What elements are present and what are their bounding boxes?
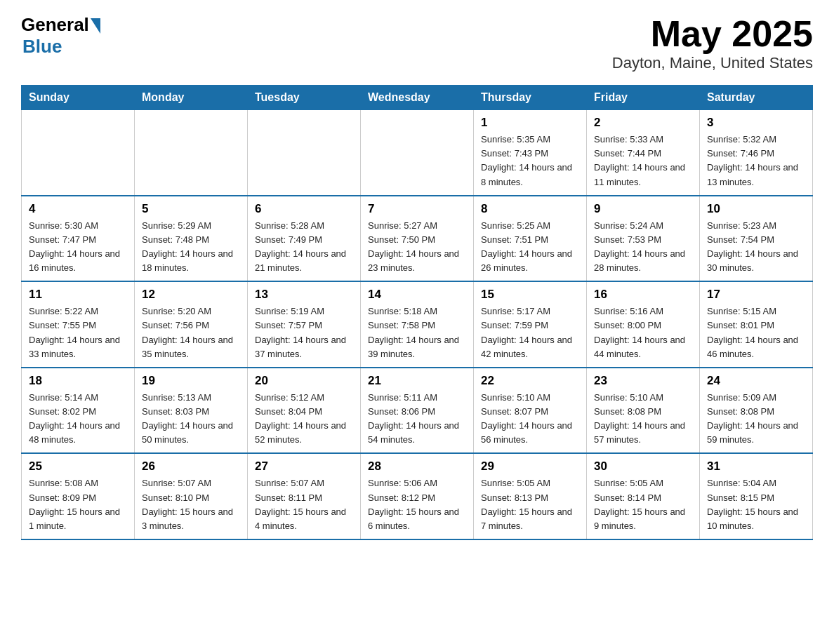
calendar-cell: 5Sunrise: 5:29 AM Sunset: 7:48 PM Daylig…: [135, 196, 248, 282]
day-info: Sunrise: 5:12 AM Sunset: 8:04 PM Dayligh…: [255, 391, 353, 448]
day-info: Sunrise: 5:17 AM Sunset: 7:59 PM Dayligh…: [481, 304, 579, 361]
logo-text: General: [21, 14, 100, 36]
header-wednesday: Wednesday: [361, 86, 474, 110]
calendar-cell: 1Sunrise: 5:35 AM Sunset: 7:43 PM Daylig…: [474, 110, 587, 196]
title-section: May 2025 Dayton, Maine, United States: [612, 14, 813, 72]
day-number: 20: [255, 374, 353, 388]
day-number: 11: [29, 288, 127, 302]
day-info: Sunrise: 5:28 AM Sunset: 7:49 PM Dayligh…: [255, 219, 353, 276]
day-number: 6: [255, 202, 353, 216]
day-number: 31: [707, 459, 805, 474]
day-info: Sunrise: 5:23 AM Sunset: 7:54 PM Dayligh…: [707, 219, 805, 276]
day-number: 26: [142, 459, 240, 474]
calendar-table: SundayMondayTuesdayWednesdayThursdayFrid…: [21, 85, 813, 540]
day-number: 2: [594, 116, 692, 130]
location-text: Dayton, Maine, United States: [612, 54, 813, 72]
header-tuesday: Tuesday: [248, 86, 361, 110]
day-number: 13: [255, 288, 353, 302]
day-info: Sunrise: 5:04 AM Sunset: 8:15 PM Dayligh…: [707, 476, 805, 533]
day-info: Sunrise: 5:08 AM Sunset: 8:09 PM Dayligh…: [29, 476, 127, 533]
day-number: 23: [594, 374, 692, 388]
calendar-cell: 11Sunrise: 5:22 AM Sunset: 7:55 PM Dayli…: [22, 281, 135, 368]
calendar-cell: 2Sunrise: 5:33 AM Sunset: 7:44 PM Daylig…: [587, 110, 700, 196]
day-info: Sunrise: 5:30 AM Sunset: 7:47 PM Dayligh…: [29, 219, 127, 276]
calendar-cell: [135, 110, 248, 196]
day-info: Sunrise: 5:29 AM Sunset: 7:48 PM Dayligh…: [142, 219, 240, 276]
calendar-cell: 8Sunrise: 5:25 AM Sunset: 7:51 PM Daylig…: [474, 196, 587, 282]
page-header: General Blue May 2025 Dayton, Maine, Uni…: [21, 14, 813, 72]
calendar-cell: 22Sunrise: 5:10 AM Sunset: 8:07 PM Dayli…: [474, 368, 587, 454]
day-number: 7: [368, 202, 466, 216]
calendar-cell: [361, 110, 474, 196]
logo-general-text: General: [21, 14, 89, 36]
day-info: Sunrise: 5:35 AM Sunset: 7:43 PM Dayligh…: [481, 133, 579, 189]
day-number: 9: [594, 202, 692, 216]
day-number: 19: [142, 374, 240, 388]
calendar-cell: 16Sunrise: 5:16 AM Sunset: 8:00 PM Dayli…: [587, 281, 700, 368]
day-info: Sunrise: 5:10 AM Sunset: 8:08 PM Dayligh…: [594, 391, 692, 448]
day-info: Sunrise: 5:22 AM Sunset: 7:55 PM Dayligh…: [29, 304, 127, 361]
day-info: Sunrise: 5:14 AM Sunset: 8:02 PM Dayligh…: [29, 391, 127, 448]
day-number: 29: [481, 459, 579, 474]
calendar-cell: 20Sunrise: 5:12 AM Sunset: 8:04 PM Dayli…: [248, 368, 361, 454]
day-number: 16: [594, 288, 692, 302]
day-number: 28: [368, 459, 466, 474]
calendar-cell: 31Sunrise: 5:04 AM Sunset: 8:15 PM Dayli…: [700, 453, 813, 539]
header-sunday: Sunday: [22, 86, 135, 110]
calendar-cell: 29Sunrise: 5:05 AM Sunset: 8:13 PM Dayli…: [474, 453, 587, 539]
day-number: 15: [481, 288, 579, 302]
calendar-cell: 18Sunrise: 5:14 AM Sunset: 8:02 PM Dayli…: [22, 368, 135, 454]
calendar-week-row: 11Sunrise: 5:22 AM Sunset: 7:55 PM Dayli…: [22, 281, 813, 368]
logo-arrow-icon: [91, 18, 100, 34]
day-number: 17: [707, 288, 805, 302]
day-info: Sunrise: 5:13 AM Sunset: 8:03 PM Dayligh…: [142, 391, 240, 448]
calendar-header-row: SundayMondayTuesdayWednesdayThursdayFrid…: [22, 86, 813, 110]
calendar-week-row: 4Sunrise: 5:30 AM Sunset: 7:47 PM Daylig…: [22, 196, 813, 282]
day-number: 1: [481, 116, 579, 130]
calendar-cell: 24Sunrise: 5:09 AM Sunset: 8:08 PM Dayli…: [700, 368, 813, 454]
calendar-cell: 3Sunrise: 5:32 AM Sunset: 7:46 PM Daylig…: [700, 110, 813, 196]
calendar-week-row: 18Sunrise: 5:14 AM Sunset: 8:02 PM Dayli…: [22, 368, 813, 454]
day-info: Sunrise: 5:05 AM Sunset: 8:13 PM Dayligh…: [481, 476, 579, 533]
calendar-cell: 13Sunrise: 5:19 AM Sunset: 7:57 PM Dayli…: [248, 281, 361, 368]
calendar-cell: [248, 110, 361, 196]
day-number: 30: [594, 459, 692, 474]
calendar-cell: 27Sunrise: 5:07 AM Sunset: 8:11 PM Dayli…: [248, 453, 361, 539]
day-number: 12: [142, 288, 240, 302]
header-thursday: Thursday: [474, 86, 587, 110]
day-info: Sunrise: 5:07 AM Sunset: 8:10 PM Dayligh…: [142, 476, 240, 533]
calendar-cell: 21Sunrise: 5:11 AM Sunset: 8:06 PM Dayli…: [361, 368, 474, 454]
month-title: May 2025: [612, 14, 813, 54]
day-info: Sunrise: 5:05 AM Sunset: 8:14 PM Dayligh…: [594, 476, 692, 533]
day-number: 3: [707, 116, 805, 130]
calendar-cell: 23Sunrise: 5:10 AM Sunset: 8:08 PM Dayli…: [587, 368, 700, 454]
day-info: Sunrise: 5:32 AM Sunset: 7:46 PM Dayligh…: [707, 133, 805, 189]
day-info: Sunrise: 5:27 AM Sunset: 7:50 PM Dayligh…: [368, 219, 466, 276]
logo-blue-text: Blue: [22, 36, 62, 58]
day-info: Sunrise: 5:10 AM Sunset: 8:07 PM Dayligh…: [481, 391, 579, 448]
calendar-cell: 9Sunrise: 5:24 AM Sunset: 7:53 PM Daylig…: [587, 196, 700, 282]
day-number: 25: [29, 459, 127, 474]
day-number: 5: [142, 202, 240, 216]
calendar-week-row: 25Sunrise: 5:08 AM Sunset: 8:09 PM Dayli…: [22, 453, 813, 539]
header-saturday: Saturday: [700, 86, 813, 110]
calendar-cell: 4Sunrise: 5:30 AM Sunset: 7:47 PM Daylig…: [22, 196, 135, 282]
logo: General Blue: [21, 14, 100, 58]
day-number: 27: [255, 459, 353, 474]
day-number: 4: [29, 202, 127, 216]
day-number: 18: [29, 374, 127, 388]
day-info: Sunrise: 5:19 AM Sunset: 7:57 PM Dayligh…: [255, 304, 353, 361]
calendar-cell: 15Sunrise: 5:17 AM Sunset: 7:59 PM Dayli…: [474, 281, 587, 368]
day-info: Sunrise: 5:09 AM Sunset: 8:08 PM Dayligh…: [707, 391, 805, 448]
day-number: 24: [707, 374, 805, 388]
calendar-cell: 28Sunrise: 5:06 AM Sunset: 8:12 PM Dayli…: [361, 453, 474, 539]
day-info: Sunrise: 5:18 AM Sunset: 7:58 PM Dayligh…: [368, 304, 466, 361]
day-info: Sunrise: 5:20 AM Sunset: 7:56 PM Dayligh…: [142, 304, 240, 361]
day-info: Sunrise: 5:07 AM Sunset: 8:11 PM Dayligh…: [255, 476, 353, 533]
day-number: 21: [368, 374, 466, 388]
calendar-cell: 26Sunrise: 5:07 AM Sunset: 8:10 PM Dayli…: [135, 453, 248, 539]
day-info: Sunrise: 5:16 AM Sunset: 8:00 PM Dayligh…: [594, 304, 692, 361]
day-info: Sunrise: 5:06 AM Sunset: 8:12 PM Dayligh…: [368, 476, 466, 533]
header-monday: Monday: [135, 86, 248, 110]
day-info: Sunrise: 5:24 AM Sunset: 7:53 PM Dayligh…: [594, 219, 692, 276]
